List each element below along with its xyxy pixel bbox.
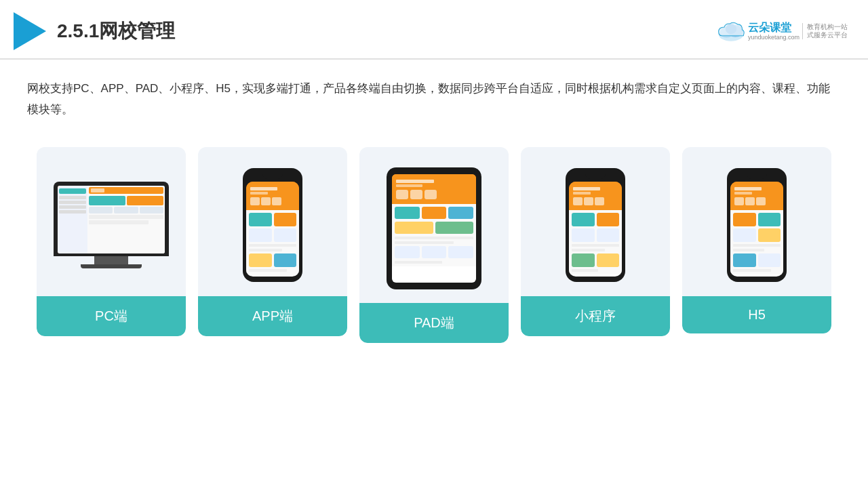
mini-program-mockup — [565, 168, 626, 282]
app-card: APP端 — [198, 147, 347, 336]
h5-body — [730, 210, 783, 274]
pc-screen — [58, 186, 165, 253]
page-title: 2.5.1网校管理 — [57, 18, 175, 44]
h5-card-image — [682, 147, 831, 296]
phone-outer — [243, 168, 302, 282]
tablet-screen-body — [392, 204, 476, 266]
pc-card: PC端 — [37, 147, 186, 336]
brand-slogan: 教育机构一站 式服务云平台 — [802, 23, 848, 39]
logo-icon — [14, 12, 46, 50]
mini-program-card-image — [521, 147, 670, 296]
tablet-screen-header — [392, 174, 476, 204]
h5-notch — [747, 174, 767, 179]
app-label: APP端 — [198, 296, 347, 336]
brand-logo: 云朵课堂 yunduoketang.com 教育机构一站 式服务云平台 — [714, 19, 848, 43]
tablet-mockup — [387, 167, 481, 289]
pc-card-image — [37, 147, 186, 296]
mini-program-notch — [585, 174, 606, 179]
pc-label: PC端 — [37, 296, 186, 336]
phone-mockup — [242, 168, 303, 282]
mini-program-body — [569, 210, 622, 274]
pc-stand — [94, 256, 128, 264]
mini-program-screen — [569, 182, 622, 277]
tablet-screen — [392, 174, 476, 283]
app-card-image — [198, 147, 347, 296]
phone-screen — [246, 182, 299, 277]
cloud-icon — [714, 19, 748, 43]
description-text: 网校支持PC、APP、PAD、小程序、H5，实现多端打通，产品各终端自由切换，数… — [0, 60, 868, 127]
h5-mockup — [726, 168, 787, 282]
h5-outer — [727, 168, 787, 282]
phone-screen-header — [246, 182, 299, 210]
header: 2.5.1网校管理 云朵课堂 yunduoketang.com 教育机构一站 式… — [0, 0, 868, 60]
h5-screen-header — [730, 182, 783, 210]
pad-card-image — [359, 147, 509, 303]
pc-base — [81, 264, 142, 268]
mini-program-outer — [566, 168, 625, 282]
pad-label: PAD端 — [359, 303, 509, 343]
phone-notch — [262, 174, 283, 179]
cards-container: PC端 — [0, 127, 868, 363]
mini-program-header — [569, 182, 622, 210]
mini-program-card: 小程序 — [521, 147, 670, 336]
pad-card: PAD端 — [359, 147, 509, 343]
phone-screen-body — [246, 210, 299, 276]
h5-screen — [730, 182, 783, 277]
mini-program-label: 小程序 — [521, 296, 670, 336]
h5-label: H5 — [682, 296, 831, 333]
tablet-outer — [387, 167, 481, 289]
header-left: 2.5.1网校管理 — [14, 12, 175, 50]
brand-text: 云朵课堂 yunduoketang.com — [748, 21, 800, 41]
h5-card: H5 — [682, 147, 831, 333]
pc-mockup — [54, 182, 169, 268]
pc-screen-outer — [54, 182, 169, 256]
